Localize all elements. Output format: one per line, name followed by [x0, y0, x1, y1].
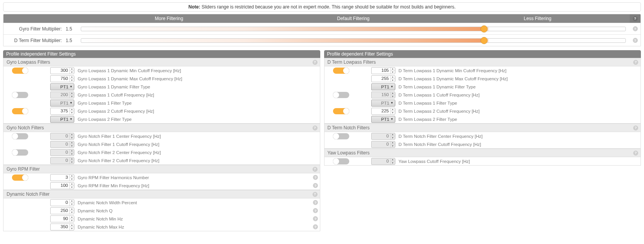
- toggle-switch[interactable]: [12, 133, 28, 139]
- spin-down-icon[interactable]: ▼: [70, 71, 74, 74]
- right-column: Profile dependent Filter Settings D Term…: [324, 50, 641, 231]
- number-input[interactable]: 250 ▲▼: [50, 207, 74, 214]
- spin-up-icon[interactable]: ▲: [70, 108, 74, 112]
- number-spinner[interactable]: ▲▼: [70, 216, 74, 222]
- row-help[interactable]: ?: [311, 175, 320, 180]
- number-input[interactable]: 255 ▲▼: [371, 75, 395, 82]
- toggle-switch[interactable]: [12, 108, 28, 114]
- number-input[interactable]: 0 ▲▼: [50, 199, 74, 206]
- spin-down-icon[interactable]: ▼: [70, 219, 74, 222]
- help-icon[interactable]: ?: [633, 151, 638, 156]
- spin-up-icon[interactable]: ▲: [70, 224, 74, 227]
- row-help[interactable]: ?: [311, 216, 320, 221]
- toggle-switch[interactable]: [12, 92, 28, 98]
- number-spinner[interactable]: ▲▼: [70, 175, 74, 181]
- number-value: 100: [51, 183, 70, 189]
- number-input[interactable]: 3 ▲▼: [50, 174, 74, 181]
- spin-down-icon[interactable]: ▼: [70, 227, 74, 230]
- spin-down-icon[interactable]: ▼: [391, 71, 395, 74]
- number-input[interactable]: 90 ▲▼: [50, 215, 74, 222]
- spin-up-icon[interactable]: ▲: [391, 76, 395, 79]
- help-icon[interactable]: ?: [633, 125, 638, 130]
- number-input[interactable]: 350 ▲▼: [50, 224, 74, 230]
- spin-up-icon[interactable]: ▲: [70, 200, 74, 203]
- row-control: 105 ▲▼: [369, 67, 395, 74]
- help-icon[interactable]: ?: [633, 60, 638, 65]
- row-control: 3 ▲▼: [48, 174, 74, 181]
- number-spinner[interactable]: ▲▼: [70, 200, 74, 206]
- spin-up-icon[interactable]: ▲: [70, 68, 74, 71]
- slider-gyro-thumb[interactable]: [481, 25, 488, 32]
- select-input[interactable]: PT1 ▼: [371, 116, 395, 123]
- slider-dterm-help[interactable]: ?: [630, 38, 641, 43]
- number-input[interactable]: 750 ▲▼: [50, 75, 74, 82]
- slider-gyro-track[interactable]: [81, 27, 626, 31]
- toggle-switch[interactable]: [333, 158, 349, 164]
- spin-up-icon[interactable]: ▲: [70, 76, 74, 79]
- spin-down-icon[interactable]: ▼: [70, 186, 74, 189]
- toggle-switch[interactable]: [333, 68, 349, 74]
- select-input[interactable]: PT1 ▼: [371, 100, 395, 107]
- spin-down-icon[interactable]: ▼: [70, 178, 74, 181]
- row-help[interactable]: ?: [311, 200, 320, 205]
- spin-down-icon[interactable]: ▼: [391, 111, 395, 114]
- spin-up-icon: ▲: [391, 158, 395, 162]
- number-input: 200 ▲▼: [50, 92, 74, 98]
- select-input[interactable]: PT1 ▼: [50, 116, 74, 123]
- toggle-switch[interactable]: [333, 133, 349, 139]
- slider-dterm-thumb[interactable]: [481, 37, 488, 44]
- row-control: 250 ▲▼: [48, 207, 74, 214]
- select-input[interactable]: PT1 ▼: [371, 83, 395, 90]
- section-title: Gyro Notch Filters: [7, 125, 44, 130]
- number-spinner[interactable]: ▲▼: [391, 68, 395, 74]
- slider-header-help[interactable]: ?: [630, 14, 641, 23]
- row-help[interactable]: ?: [311, 224, 320, 229]
- row-control: 0 ▲▼: [48, 133, 74, 140]
- number-spinner[interactable]: ▲▼: [70, 208, 74, 214]
- slider-dterm-track[interactable]: [81, 38, 626, 43]
- number-input[interactable]: 300 ▲▼: [50, 67, 74, 74]
- number-spinner[interactable]: ▲▼: [391, 108, 395, 114]
- number-input[interactable]: 100 ▲▼: [50, 182, 74, 189]
- section-rows-gyro_rpm: 3 ▲▼ Gyro RPM Filter Harmonics Number ? …: [3, 173, 320, 190]
- number-input[interactable]: 105 ▲▼: [371, 67, 395, 74]
- spin-down-icon[interactable]: ▼: [70, 211, 74, 214]
- toggle-switch[interactable]: [333, 92, 349, 98]
- help-icon[interactable]: ?: [313, 192, 318, 197]
- row-label: Gyro Notch Filter 1 Center Frequency [Hz…: [74, 134, 311, 139]
- spin-up-icon[interactable]: ▲: [391, 68, 395, 71]
- section-title: D Term Lowpass Filters: [328, 59, 376, 65]
- select-input[interactable]: PT1 ▼: [50, 100, 74, 107]
- toggle-switch[interactable]: [12, 175, 28, 181]
- number-spinner[interactable]: ▲▼: [70, 68, 74, 74]
- spin-up-icon[interactable]: ▲: [70, 216, 74, 219]
- number-input[interactable]: 225 ▲▼: [371, 108, 395, 115]
- spin-down-icon[interactable]: ▼: [70, 79, 74, 82]
- spin-down-icon[interactable]: ▼: [70, 203, 74, 206]
- spin-up-icon[interactable]: ▲: [70, 175, 74, 178]
- number-spinner[interactable]: ▲▼: [391, 76, 395, 82]
- number-input[interactable]: 375 ▲▼: [50, 108, 74, 115]
- help-icon[interactable]: ?: [313, 125, 318, 130]
- spin-up-icon[interactable]: ▲: [70, 183, 74, 186]
- spin-up-icon[interactable]: ▲: [70, 208, 74, 211]
- toggle-switch[interactable]: [333, 108, 349, 114]
- select-input[interactable]: PT1 ▼: [50, 83, 74, 90]
- spin-down-icon[interactable]: ▼: [70, 111, 74, 114]
- toggle-switch[interactable]: [12, 149, 28, 156]
- number-spinner[interactable]: ▲▼: [70, 108, 74, 114]
- number-spinner[interactable]: ▲▼: [70, 76, 74, 82]
- left-column: Profile independent Filter Settings Gyro…: [3, 50, 320, 231]
- row-help[interactable]: ?: [311, 183, 320, 188]
- number-spinner[interactable]: ▲▼: [70, 183, 74, 189]
- slider-gyro-help[interactable]: ?: [630, 26, 641, 31]
- toggle-switch[interactable]: [12, 68, 28, 74]
- filter-row: PT1 ▼ D Term Lowpass 1 Dynamic Filter Ty…: [325, 83, 641, 91]
- row-help[interactable]: ?: [311, 208, 320, 213]
- spin-up-icon[interactable]: ▲: [391, 108, 395, 112]
- number-spinner[interactable]: ▲▼: [70, 224, 74, 230]
- help-icon[interactable]: ?: [313, 167, 318, 172]
- help-icon[interactable]: ?: [313, 60, 318, 65]
- spin-down-icon[interactable]: ▼: [391, 79, 395, 82]
- row-label: D Term Notch Filter Cutoff Frequency [Hz…: [395, 142, 632, 147]
